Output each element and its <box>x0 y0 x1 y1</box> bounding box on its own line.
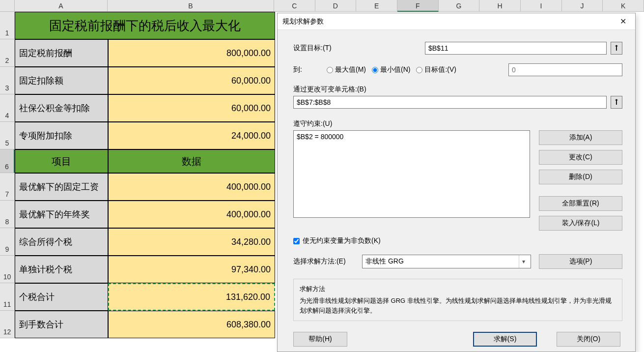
cell-text: 最优解下的固定工资 <box>19 181 99 193</box>
radio-valueof-input[interactable] <box>416 67 422 73</box>
col-header-K[interactable]: K <box>603 0 644 12</box>
cell-text: 34,280.00 <box>231 237 271 247</box>
col-header-J[interactable]: J <box>562 0 603 12</box>
cell-text: 单独计税个税 <box>19 264 72 275</box>
label-cell[interactable]: 专项附加扣除 <box>15 122 108 149</box>
value-cell-ants[interactable]: 131,620.00 <box>108 283 275 311</box>
row-header-7[interactable]: 7 <box>0 173 15 201</box>
col-header-I[interactable]: I <box>521 0 562 12</box>
col-header-F[interactable]: F <box>397 0 439 12</box>
set-objective-row: 设置目标:(T) 🠕 <box>293 42 622 55</box>
radio-valueof[interactable]: 目标值:(V) <box>416 65 456 74</box>
value-cell[interactable]: 400,000.00 <box>108 201 275 228</box>
cell-text: 到手数合计 <box>19 319 63 330</box>
row-header-2[interactable]: 2 <box>0 39 15 67</box>
row-header-12[interactable]: 12 <box>0 311 15 338</box>
cell-text: 最优解下的年终奖 <box>19 208 90 220</box>
col-header-E[interactable]: E <box>356 0 397 12</box>
row-header-9[interactable]: 9 <box>0 228 15 256</box>
col-header-C[interactable]: C <box>274 0 315 12</box>
value-cell[interactable]: 24,000.00 <box>108 122 275 149</box>
load-save-button[interactable]: 装入/保存(L) <box>539 216 622 231</box>
row-header-3[interactable]: 3 <box>0 67 15 94</box>
close-dialog-button[interactable]: 关闭(O) <box>557 332 620 347</box>
select-method-label: 选择求解方法:(E) <box>293 257 354 266</box>
cell-text: 个税合计 <box>19 291 55 303</box>
cell-text: 60,000.00 <box>231 76 271 86</box>
label-cell[interactable]: 综合所得个税 <box>15 228 108 256</box>
dialog-titlebar[interactable]: 规划求解参数 ✕ <box>278 13 635 30</box>
valueof-input[interactable] <box>508 63 622 76</box>
radio-min-input[interactable] <box>372 67 378 73</box>
label-cell[interactable]: 固定税前报酬 <box>15 39 108 67</box>
collapse-ref-button-2[interactable]: 🠕 <box>611 96 622 109</box>
footer-right: 求解(S) 关闭(O) <box>473 332 620 347</box>
select-all-corner[interactable] <box>0 0 15 12</box>
value-cell[interactable]: 60,000.00 <box>108 67 275 94</box>
collapse-ref-button[interactable]: 🠕 <box>611 42 622 55</box>
close-button[interactable]: ✕ <box>616 14 630 29</box>
row-header-6[interactable]: 6 <box>0 149 15 173</box>
constraint-item[interactable]: $B$2 = 800000 <box>297 133 527 141</box>
nonneg-label: 使无约束变量为非负数(K) <box>303 236 381 245</box>
subheader-cell-a[interactable]: 项目 <box>15 149 108 173</box>
value-cell[interactable]: 608,380.00 <box>108 311 275 338</box>
row-header-1[interactable]: 1 <box>0 12 15 39</box>
col-header-B[interactable]: B <box>108 0 274 12</box>
method-box-body: 为光滑非线性规划求解问题选择 GRG 非线性引擎。为线性规划求解问题选择单纯线性… <box>300 296 616 316</box>
by-changing-input[interactable] <box>293 96 607 109</box>
col-header-G[interactable]: G <box>439 0 480 12</box>
nonneg-checkbox-row[interactable]: 使无约束变量为非负数(K) <box>293 236 622 245</box>
value-cell[interactable]: 97,340.00 <box>108 256 275 283</box>
label-cell[interactable]: 到手数合计 <box>15 311 108 338</box>
change-button[interactable]: 更改(C) <box>539 150 622 165</box>
cell-text: 固定扣除额 <box>19 75 63 87</box>
options-button[interactable]: 选项(P) <box>539 254 622 269</box>
col-header-H[interactable]: H <box>479 0 521 12</box>
row-header-10[interactable]: 10 <box>0 256 15 283</box>
value-cell[interactable]: 400,000.00 <box>108 173 275 201</box>
constraints-row: $B$2 = 800000 添加(A) 更改(C) 删除(D) 全部重置(R) … <box>293 130 622 231</box>
radio-max-input[interactable] <box>327 67 333 73</box>
nonneg-checkbox[interactable] <box>293 238 300 244</box>
set-objective-input[interactable] <box>425 42 607 55</box>
cell-text: 综合所得个税 <box>19 236 72 248</box>
close-icon: ✕ <box>620 17 626 26</box>
delete-button[interactable]: 删除(D) <box>539 170 622 184</box>
row-header-5[interactable]: 5 <box>0 122 15 149</box>
row-header-8[interactable]: 8 <box>0 201 15 228</box>
radio-max[interactable]: 最大值(M) <box>327 65 366 74</box>
value-cell[interactable]: 800,000.00 <box>108 39 275 67</box>
reset-all-button[interactable]: 全部重置(R) <box>539 196 622 211</box>
radio-min[interactable]: 最小值(N) <box>372 65 410 74</box>
constraints-button-col: 添加(A) 更改(C) 删除(D) 全部重置(R) 装入/保存(L) <box>539 130 622 231</box>
row-header-11[interactable]: 11 <box>0 283 15 311</box>
constraints-listbox[interactable]: $B$2 = 800000 <box>293 130 530 218</box>
col-header-A[interactable]: A <box>15 0 108 12</box>
label-cell[interactable]: 个税合计 <box>15 283 108 311</box>
subheader-cell-b[interactable]: 数据 <box>108 149 275 173</box>
solve-button[interactable]: 求解(S) <box>473 332 537 347</box>
dialog-body: 设置目标:(T) 🠕 到: 最大值(M) 最小值(N) 目标值:(V) 通过更改… <box>278 30 635 352</box>
label-cell[interactable]: 社保公积金等扣除 <box>15 94 108 122</box>
value-cell[interactable]: 34,280.00 <box>108 228 275 256</box>
label-cell[interactable]: 固定扣除额 <box>15 67 108 94</box>
select-method-combo[interactable]: 非线性 GRG ▾ <box>362 255 531 268</box>
column-headers: A B C D E F G H I J K <box>0 0 644 12</box>
add-button[interactable]: 添加(A) <box>539 130 622 145</box>
constraints-label: 遵守约束:(U) <box>293 119 622 128</box>
ref-picker-icon: 🠕 <box>613 44 620 52</box>
cell-text: 数据 <box>182 155 201 168</box>
title-cell[interactable]: 固定税前报酬下的税后收入最大化 <box>15 12 275 39</box>
help-button[interactable]: 帮助(H) <box>293 332 347 347</box>
label-cell[interactable]: 单独计税个税 <box>15 256 108 283</box>
cell-text: 131,620.00 <box>226 292 270 302</box>
to-label: 到: <box>293 65 323 74</box>
label-cell[interactable]: 最优解下的固定工资 <box>15 173 108 201</box>
select-method-value: 非线性 GRG <box>365 257 404 266</box>
value-cell[interactable]: 60,000.00 <box>108 94 275 122</box>
col-header-D[interactable]: D <box>315 0 357 12</box>
row-header-4[interactable]: 4 <box>0 94 15 122</box>
by-changing-row: 🠕 <box>293 96 622 109</box>
label-cell[interactable]: 最优解下的年终奖 <box>15 201 108 228</box>
